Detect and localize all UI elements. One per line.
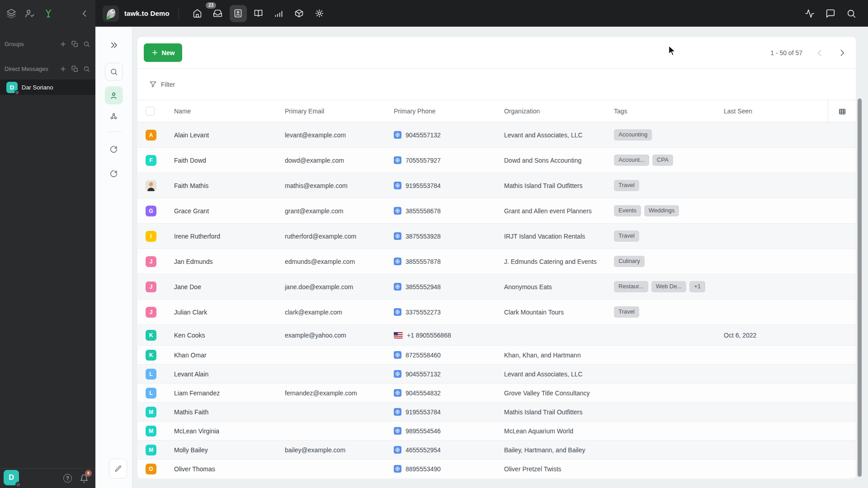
home-icon[interactable] [189, 5, 206, 22]
tag-pill[interactable]: CPA [652, 155, 673, 165]
search-groups-icon[interactable] [83, 41, 90, 47]
groups-label: Groups [5, 41, 24, 47]
tag-pill[interactable]: Travel [614, 230, 639, 241]
rail-organizations-icon[interactable] [105, 107, 123, 125]
column-header-organization[interactable]: Organization [504, 108, 614, 115]
direct-messages-section-header: Direct Messages [0, 64, 95, 73]
expand-rail-icon[interactable] [110, 41, 118, 49]
tag-pill[interactable]: Web De... [651, 281, 687, 292]
notification-badge: 8 [85, 470, 92, 477]
contact-phone-cell: 3375552273 [394, 308, 504, 316]
search-icon[interactable] [846, 9, 856, 19]
grid-columns-icon[interactable] [838, 108, 846, 116]
column-header-name[interactable]: Name [174, 108, 285, 115]
table-row[interactable]: KKhan Omar8725558460Khan, Khan, and Hart… [137, 346, 856, 365]
table-row[interactable]: Faith Mathismathis@example.com9195553784… [137, 173, 856, 198]
column-header-tags[interactable]: Tags [614, 108, 724, 115]
user-avatar[interactable]: D [4, 470, 19, 485]
collapse-sidebar-icon[interactable] [80, 9, 89, 18]
row-avatar-cell: J [137, 282, 174, 292]
column-header-primary-email[interactable]: Primary Email [285, 108, 394, 115]
table-row[interactable]: LLiam Fernandezfernandez@example.com9045… [137, 384, 856, 403]
next-page-button[interactable] [837, 47, 848, 58]
contact-tags: Travel [614, 230, 724, 241]
copy-icon[interactable] [71, 41, 78, 47]
workspace-brand[interactable]: tawk.to Demo [103, 5, 170, 22]
contact-email: rutherford@example.com [285, 233, 394, 240]
person-check-icon[interactable] [25, 9, 35, 19]
column-header-last-seen[interactable]: Last Seen [724, 108, 834, 115]
vertical-scrollbar[interactable] [858, 99, 862, 477]
contact-phone: 3855558678 [406, 207, 441, 215]
topbar-left-section [0, 0, 95, 27]
tag-pill[interactable]: Travel [614, 180, 639, 191]
help-icon[interactable]: ? [63, 474, 72, 483]
contact-phone: +1 8905556868 [407, 332, 451, 339]
dm-item-dar-soriano[interactable]: D Dar Soriano [0, 80, 95, 95]
table-row[interactable]: MMathis Faith9195553784Mathis Island Tra… [137, 403, 856, 422]
filter-bar[interactable]: Filter [137, 69, 856, 100]
search-dm-icon[interactable] [83, 66, 90, 72]
row-avatar-cell: G [137, 206, 174, 216]
table-row[interactable]: LLevant Alain9045557132Levant and Associ… [137, 365, 856, 384]
contact-avatar: M [146, 445, 156, 455]
rail-report-icon-1[interactable] [105, 140, 123, 158]
notifications-bell-icon[interactable]: 8 [80, 474, 89, 483]
contact-avatar: J [146, 256, 156, 267]
table-row[interactable]: MMolly Baileybailey@example.com465555295… [137, 441, 856, 460]
new-contact-button[interactable]: New [144, 43, 182, 62]
phone-flag-icon [394, 446, 401, 454]
phone-flag-icon [394, 308, 401, 316]
contact-organization: Clark Mountain Tours [504, 309, 614, 316]
settings-icon[interactable] [311, 5, 328, 22]
activity-icon[interactable] [805, 9, 815, 19]
table-row[interactable]: JJulian Clarkclark@example.com3375552273… [137, 300, 856, 325]
compose-pencil-icon[interactable] [109, 459, 127, 479]
layers-icon[interactable] [6, 9, 16, 19]
rail-report-icon-2[interactable] [105, 164, 123, 183]
apps-icon[interactable] [291, 5, 308, 22]
tag-pill[interactable]: Travel [614, 306, 639, 317]
row-avatar-cell: M [137, 426, 174, 436]
tag-pill[interactable]: Accounting [614, 129, 652, 140]
table-row[interactable]: KKen Cooksexample@yahoo.com+1 8905556868… [137, 325, 856, 346]
tag-pill[interactable]: Account... [614, 155, 649, 165]
tag-pill[interactable]: Culinary [614, 256, 645, 267]
contact-name: Molly Bailey [174, 446, 285, 454]
contact-organization: Levant and Associates, LLC [504, 131, 614, 139]
select-all-checkbox[interactable] [146, 107, 155, 116]
table-row[interactable]: OOliver Thomas8895553490Oliver Pretzel T… [137, 460, 856, 479]
row-avatar-cell [137, 180, 174, 191]
tawk-logo-icon[interactable] [43, 9, 53, 19]
contact-organization: McLean Aquarium World [504, 427, 614, 435]
topbar-divider [179, 8, 179, 19]
table-row[interactable]: MMcLean Virginia9895554546McLean Aquariu… [137, 422, 856, 441]
table-row[interactable]: JJane Doejane.doe@example.com3855552948A… [137, 274, 856, 300]
add-dm-icon[interactable] [60, 66, 66, 72]
tag-pill[interactable]: Weddings [644, 205, 679, 216]
contact-tags: EventsWeddings [614, 205, 724, 216]
tag-pill[interactable]: Restaur... [614, 281, 648, 292]
tag-pill[interactable]: +1 [689, 281, 705, 292]
column-header-primary-phone[interactable]: Primary Phone [394, 108, 504, 115]
row-avatar-cell: M [137, 407, 174, 418]
table-row[interactable]: IIrene Rutherfordrutherford@example.com3… [137, 224, 856, 249]
chat-icon[interactable] [826, 9, 835, 19]
table-row[interactable]: FFaith Dowddowd@example.com7055557927Dow… [137, 148, 856, 173]
tag-pill[interactable]: Events [614, 205, 641, 216]
previous-page-button[interactable] [814, 47, 825, 58]
rail-contacts-icon[interactable] [105, 86, 123, 104]
new-button-label: New [162, 49, 175, 56]
table-row[interactable]: GGrace Grantgrant@example.com3855558678G… [137, 198, 856, 224]
copy-icon[interactable] [71, 66, 78, 72]
inbox-icon[interactable]: 23 [209, 5, 226, 22]
contact-avatar: L [146, 388, 156, 399]
reports-icon[interactable] [270, 5, 288, 22]
contacts-icon[interactable] [230, 5, 247, 22]
table-row[interactable]: AAlain Levantlevant@example.com904555713… [137, 122, 856, 148]
add-group-icon[interactable] [60, 41, 66, 47]
user-status-dot [15, 482, 21, 488]
rail-search-icon[interactable] [105, 63, 123, 81]
table-row[interactable]: JJan Edmundsedmunds@example.com385555787… [137, 249, 856, 274]
knowledge-base-icon[interactable] [250, 5, 267, 22]
